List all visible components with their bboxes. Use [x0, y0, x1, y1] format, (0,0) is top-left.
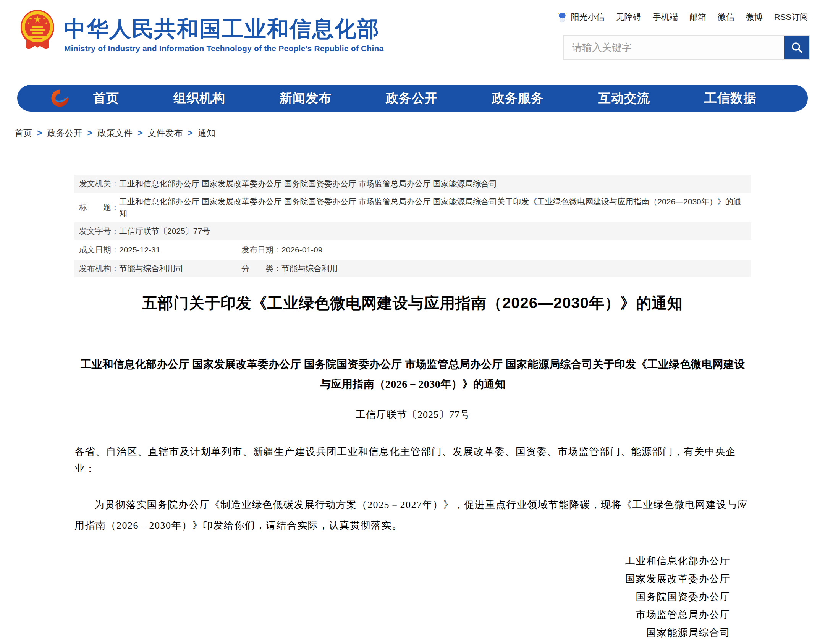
nav-item-interaction[interactable]: 互动交流 [598, 90, 650, 107]
site-brand: ★ ★ ★ ★ ★ 中华人民共和国工业和信息化部 Ministry of Ind… [18, 8, 383, 53]
addressee-paragraph: 各省、自治区、直辖市及计划单列市、新疆生产建设兵团工业和信息化主管部门、发展改革… [74, 443, 751, 477]
breadcrumb-notice[interactable]: 通知 [198, 127, 215, 139]
meta-label: 发文字号： [79, 225, 119, 237]
breadcrumb-document-release[interactable]: 文件发布 [147, 127, 183, 139]
signature-line: 国家能源局综合司 [74, 624, 730, 642]
meta-label: 分 类： [241, 263, 281, 274]
meta-row-publisher-category: 发布机构： 节能与综合利用司 分 类： 节能与综合利用 [74, 260, 751, 277]
miit-logo-icon [50, 88, 70, 108]
signature-line: 市场监管总局办公厅 [74, 606, 730, 624]
svg-text:★: ★ [33, 14, 42, 24]
nav-items: 首页 组织机构 新闻发布 政务公开 政务服务 互动交流 工信数据 [93, 90, 756, 107]
meta-row-document-number: 发文字号： 工信厅联节〔2025〕77号 [74, 222, 751, 240]
breadcrumb-separator: > [87, 128, 92, 138]
breadcrumb: 首页 > 政务公开 > 政策文件 > 文件发布 > 通知 [15, 127, 215, 139]
meta-row-dates: 成文日期： 2025-12-31 发布日期： 2026-01-09 [74, 241, 751, 259]
breadcrumb-separator: > [188, 128, 192, 138]
meta-row-title: 标 题： 工业和信息化部办公厅 国家发展改革委办公厅 国务院国资委办公厅 市场监… [74, 194, 751, 221]
meta-value: 2025-12-31 [119, 244, 168, 256]
quick-link-weibo[interactable]: 微博 [746, 11, 763, 23]
quick-link-sunshine[interactable]: 阳光小信 [556, 11, 605, 23]
site-header: ★ ★ ★ ★ ★ 中华人民共和国工业和信息化部 Ministry of Ind… [0, 0, 825, 82]
meta-label: 标 题： [79, 202, 119, 213]
quick-links: 阳光小信 无障碍 手机端 邮箱 微信 微博 RSS订阅 [556, 11, 808, 23]
quick-link-mail[interactable]: 邮箱 [689, 11, 706, 23]
meta-value: 节能与综合利用司 [119, 263, 191, 274]
search-input[interactable] [564, 36, 784, 59]
mascot-icon [556, 11, 568, 23]
meta-label: 成文日期： [79, 244, 119, 256]
meta-value: 节能与综合利用 [281, 263, 345, 274]
main-nav: 首页 组织机构 新闻发布 政务公开 政务服务 互动交流 工信数据 [17, 85, 808, 112]
svg-text:★: ★ [43, 17, 46, 21]
signature-date: 2025年12月31日 [74, 642, 730, 644]
meta-row-issuing-agency: 发文机关： 工业和信息化部办公厅 国家发展改革委办公厅 国务院国资委办公厅 市场… [74, 175, 751, 193]
document-body: 工业和信息化部办公厅 国家发展改革委办公厅 国务院国资委办公厅 市场监管总局办公… [74, 351, 751, 644]
breadcrumb-separator: > [138, 128, 142, 138]
body-paragraph: 为贯彻落实国务院办公厅《制造业绿色低碳发展行动方案（2025－2027年）》，促… [74, 495, 751, 536]
quick-link-accessibility[interactable]: 无障碍 [616, 11, 641, 23]
nav-item-home[interactable]: 首页 [93, 90, 119, 107]
meta-value: 2026-01-09 [281, 244, 330, 256]
quick-link-label: 微博 [746, 11, 763, 23]
quick-link-mobile[interactable]: 手机端 [653, 11, 678, 23]
meta-value: 工信厅联节〔2025〕77号 [119, 225, 218, 237]
meta-label: 发文机关： [79, 178, 119, 189]
nav-item-miit-data[interactable]: 工信数据 [704, 90, 756, 107]
site-title: 中华人民共和国工业和信息化部 [64, 17, 383, 41]
svg-text:★: ★ [45, 21, 48, 25]
signature-line: 工业和信息化部办公厅 [74, 552, 730, 570]
breadcrumb-gov-disclosure[interactable]: 政务公开 [47, 127, 82, 139]
page-title: 五部门关于印发《工业绿色微电网建设与应用指南（2026—2030年）》的通知 [0, 293, 825, 314]
document-number: 工信厅联节〔2025〕77号 [74, 408, 751, 421]
breadcrumb-separator: > [37, 128, 42, 138]
search-button[interactable] [784, 36, 809, 59]
signature-block: 工业和信息化部办公厅 国家发展改革委办公厅 国务院国资委办公厅 市场监管总局办公… [74, 552, 751, 644]
signature-line: 国家发展改革委办公厅 [74, 570, 730, 588]
quick-link-label: 邮箱 [689, 11, 706, 23]
meta-label: 发布机构： [79, 263, 119, 274]
signature-line: 国务院国资委办公厅 [74, 588, 730, 606]
quick-link-wechat[interactable]: 微信 [718, 11, 734, 23]
quick-link-label: 手机端 [653, 11, 678, 23]
breadcrumb-policy-documents[interactable]: 政策文件 [97, 127, 133, 139]
quick-link-label: 阳光小信 [571, 11, 605, 23]
svg-text:★: ★ [27, 21, 30, 25]
nav-item-gov-services[interactable]: 政务服务 [492, 90, 544, 107]
national-emblem-icon: ★ ★ ★ ★ ★ [18, 8, 57, 51]
nav-item-gov-disclosure[interactable]: 政务公开 [386, 90, 438, 107]
nav-item-organization[interactable]: 组织机构 [173, 90, 225, 107]
document-meta-table: 发文机关： 工业和信息化部办公厅 国家发展改革委办公厅 国务院国资委办公厅 市场… [74, 175, 751, 278]
quick-link-rss[interactable]: RSS订阅 [774, 11, 808, 23]
search-box [563, 35, 810, 60]
svg-text:★: ★ [29, 17, 32, 21]
meta-value: 工业和信息化部办公厅 国家发展改革委办公厅 国务院国资委办公厅 市场监管总局办公… [119, 178, 505, 189]
site-subtitle: Ministry of Industry and Information Tec… [64, 44, 383, 53]
breadcrumb-home[interactable]: 首页 [15, 127, 32, 139]
quick-link-label: 无障碍 [616, 11, 641, 23]
search-icon [790, 41, 803, 54]
meta-value: 工业和信息化部办公厅 国家发展改革委办公厅 国务院国资委办公厅 市场监管总局办公… [119, 196, 751, 219]
brand-text: 中华人民共和国工业和信息化部 Ministry of Industry and … [64, 8, 383, 53]
quick-link-label: RSS订阅 [774, 11, 808, 23]
quick-link-label: 微信 [718, 11, 734, 23]
nav-item-news[interactable]: 新闻发布 [280, 90, 332, 107]
meta-label: 发布日期： [241, 244, 281, 256]
document-title: 工业和信息化部办公厅 国家发展改革委办公厅 国务院国资委办公厅 市场监管总局办公… [74, 354, 751, 394]
